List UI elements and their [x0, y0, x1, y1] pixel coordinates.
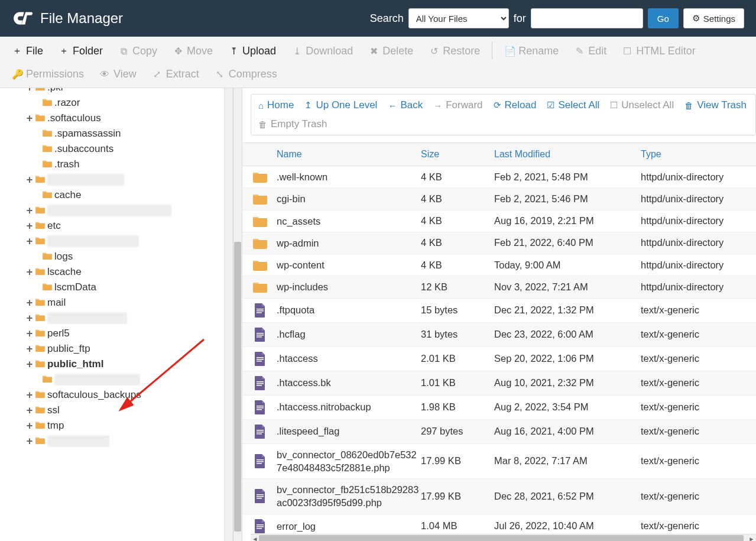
tree-item-cache[interactable]: +cache [0, 187, 233, 203]
svg-rect-20 [257, 461, 264, 462]
expander-icon[interactable]: + [26, 328, 33, 339]
tree-item-trash[interactable]: +.trash [0, 157, 233, 172]
permissions-button[interactable]: 🔑Permissions [5, 63, 91, 85]
rename-button[interactable]: 📄Rename [497, 40, 566, 62]
tree-item-hidden-19[interactable]: +. [0, 372, 233, 387]
file-row[interactable]: wp-content4 KBToday, 9:00 AMhttpd/unix-d… [242, 254, 756, 276]
tree-item-ssl[interactable]: +ssl [0, 403, 233, 418]
download-button[interactable]: ⤓Download [284, 40, 360, 62]
file-row[interactable]: .htaccess.nitrobackup1.98 KBAug 2, 2022,… [242, 396, 756, 420]
file-row[interactable]: cgi-bin4 KBFeb 2, 2021, 5:46 PMhttpd/uni… [242, 188, 756, 210]
tree-item-perl5[interactable]: +perl5 [0, 326, 233, 341]
file-row[interactable]: error_log1.04 MBJul 26, 2022, 10:40 AMte… [242, 514, 756, 534]
sidebar-scrollbar[interactable] [224, 88, 233, 541]
horizontal-scrollbar[interactable]: ◄ ► [251, 534, 756, 541]
empty-trash-button[interactable]: 🗑Empty Trash [258, 118, 327, 130]
file-row[interactable]: bv_connector_fb251c518b29283ac0023f3d95f… [242, 479, 756, 514]
folder-tree-sidebar[interactable]: +.pki+.razor+.softaculous+.spamassassin+… [0, 88, 233, 541]
file-panel-scrollbar[interactable] [233, 88, 242, 541]
file-type: httpd/unix-directory [641, 193, 751, 205]
tree-item-spamassassin[interactable]: +.spamassassin [0, 126, 233, 141]
file-button[interactable]: ＋File [5, 40, 50, 62]
tree-item-public_html[interactable]: +public_html [0, 357, 233, 372]
expander-icon[interactable]: + [26, 359, 33, 370]
expander-icon[interactable]: + [26, 313, 33, 323]
file-row[interactable]: nc_assets4 KBAug 16, 2019, 2:21 PMhttpd/… [242, 210, 756, 232]
reload-button[interactable]: ⟳Reload [494, 99, 537, 111]
scrollbar-thumb[interactable] [234, 242, 241, 532]
file-row[interactable]: .hcflag31 bytesDec 23, 2022, 6:00 AMtext… [242, 323, 756, 347]
tree-item-logs[interactable]: +logs [0, 249, 233, 264]
select-all-button[interactable]: ☑Select All [547, 99, 599, 111]
tree-item-mail[interactable]: +mail [0, 295, 233, 310]
expander-icon[interactable]: + [26, 436, 33, 446]
col-name[interactable]: Name [273, 149, 421, 160]
tree-item-etc[interactable]: +etc [0, 218, 233, 234]
expander-icon[interactable]: + [26, 267, 33, 277]
tree-item-hidden-23[interactable]: +. [0, 433, 233, 449]
tree-item-hidden-15[interactable]: +. [0, 310, 233, 326]
copy-button[interactable]: ⧉Copy [111, 40, 164, 62]
home-button[interactable]: ⌂Home [258, 99, 294, 111]
restore-button[interactable]: ↺Restore [421, 40, 487, 62]
tree-item-subaccounts[interactable]: +.subaccounts [0, 141, 233, 157]
expander-icon[interactable]: + [26, 344, 33, 354]
col-size[interactable]: Size [421, 149, 494, 160]
file-row[interactable]: .well-known4 KBFeb 2, 2021, 5:48 PMhttpd… [242, 166, 756, 188]
file-modified: Aug 16, 2021, 4:00 PM [494, 426, 641, 437]
view-button[interactable]: 👁View [92, 63, 144, 85]
folder-button[interactable]: ＋Folder [51, 40, 110, 62]
scrollbar-thumb[interactable] [259, 535, 744, 541]
move-button[interactable]: ✥Move [166, 40, 220, 62]
compress-button[interactable]: ⤡Compress [207, 63, 284, 85]
tree-item-tmp[interactable]: +tmp [0, 418, 233, 433]
tree-item-lscmData[interactable]: +lscmData [0, 280, 233, 295]
forward-button[interactable]: →Forward [433, 99, 482, 111]
tree-item-softaculous_backups[interactable]: +softaculous_backups [0, 387, 233, 403]
search-scope-select[interactable]: All Your Files [408, 8, 509, 28]
tree-item-pki[interactable]: +.pki [0, 88, 233, 95]
file-row[interactable]: bv_connector_08620ed0b7e5327e48048483c5f… [242, 444, 756, 480]
file-row[interactable]: .litespeed_flag297 bytesAug 16, 2021, 4:… [242, 420, 756, 444]
expander-icon[interactable]: + [26, 297, 33, 308]
file-icon [247, 327, 273, 342]
html-editor-button[interactable]: ☐HTML Editor [615, 40, 702, 62]
go-button[interactable]: Go [648, 8, 679, 28]
expander-icon[interactable]: + [26, 405, 33, 416]
back-button[interactable]: ←Back [388, 99, 423, 111]
unselect-all-button[interactable]: ☐Unselect All [610, 99, 674, 111]
file-row[interactable]: .ftpquota15 bytesDec 21, 2022, 1:32 PMte… [242, 299, 756, 323]
tree-item-hidden-10[interactable]: +. [0, 234, 233, 249]
scroll-right-arrow[interactable]: ► [747, 534, 756, 541]
upload-button[interactable]: ⤒Upload [221, 40, 283, 62]
svg-rect-26 [257, 526, 264, 527]
search-input[interactable] [531, 8, 643, 28]
file-row[interactable]: wp-includes12 KBNov 3, 2022, 7:21 AMhttp… [242, 276, 756, 298]
view-trash-button[interactable]: 🗑View Trash [684, 99, 747, 111]
expander-icon[interactable]: + [26, 113, 33, 124]
col-type[interactable]: Type [641, 149, 751, 160]
file-row[interactable]: .htaccess.bk1.01 KBAug 10, 2021, 2:32 PM… [242, 371, 756, 396]
expander-icon[interactable]: + [26, 88, 33, 93]
tree-item-lscache[interactable]: +lscache [0, 264, 233, 280]
expander-icon[interactable]: + [26, 174, 33, 185]
settings-button[interactable]: ⚙ Settings [683, 8, 744, 28]
tree-item-hidden-6[interactable]: +. [0, 172, 233, 187]
tree-item-softaculous[interactable]: +.softaculous [0, 111, 233, 126]
col-modified[interactable]: Last Modified [494, 149, 641, 160]
tree-item-razor[interactable]: +.razor [0, 95, 233, 111]
tree-item-hidden-8[interactable]: +. [0, 203, 233, 218]
edit-button[interactable]: ✎Edit [567, 40, 614, 62]
up-one-level-button[interactable]: ↥Up One Level [304, 99, 377, 111]
file-row[interactable]: wp-admin4 KBFeb 21, 2022, 6:40 PMhttpd/u… [242, 232, 756, 254]
extract-button[interactable]: ⤢Extract [145, 63, 206, 85]
delete-button[interactable]: ✖Delete [361, 40, 420, 62]
expander-icon[interactable]: + [26, 390, 33, 400]
expander-icon[interactable]: + [26, 236, 33, 247]
file-row[interactable]: .htaccess2.01 KBSep 20, 2022, 1:06 PMtex… [242, 347, 756, 371]
expander-icon[interactable]: + [26, 420, 33, 431]
tree-item-public_ftp[interactable]: +public_ftp [0, 341, 233, 357]
scroll-left-arrow[interactable]: ◄ [251, 534, 259, 541]
expander-icon[interactable]: + [26, 205, 33, 216]
expander-icon[interactable]: + [26, 221, 33, 231]
